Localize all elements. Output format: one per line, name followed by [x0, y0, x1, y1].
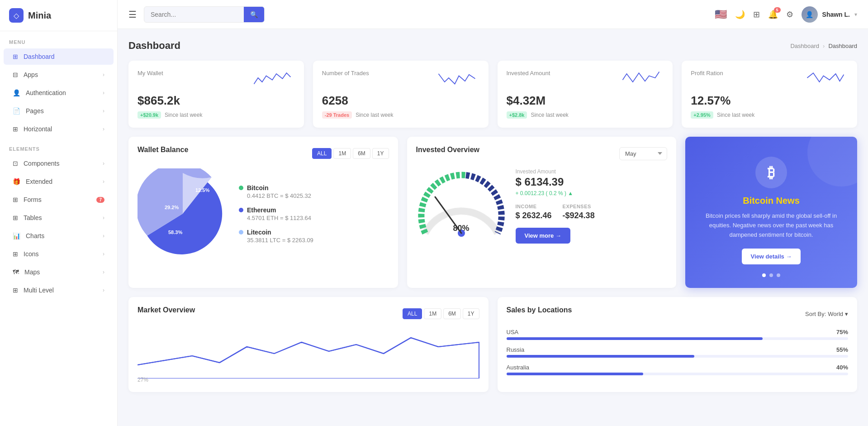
stat-card-invested-header: Invested Amount: [507, 70, 664, 90]
bottom-row: Market Overview ALL 1M 6M 1Y 27%: [128, 297, 857, 392]
sidebar-item-authentication[interactable]: 👤 Authentication ›: [4, 85, 114, 101]
sidebar-item-components[interactable]: ⊡ Components ›: [4, 155, 114, 172]
sort-by[interactable]: Sort By: World ▾: [805, 311, 848, 317]
location-usa-bar-bg: [507, 337, 849, 340]
stat-invested-sparkline: [618, 70, 664, 90]
market-filter-6m[interactable]: 6M: [443, 308, 461, 319]
income-value: $ 2632.46: [516, 211, 552, 220]
charts-arrow-icon: ›: [103, 233, 104, 239]
bitcoin-highlight: Bitcoin: [743, 196, 773, 206]
stat-trades-badge: -29 Trades: [322, 111, 352, 119]
sidebar-item-maps[interactable]: 🗺 Maps ›: [4, 264, 114, 280]
flag-icon[interactable]: 🇺🇸: [715, 9, 727, 20]
location-russia-bar-bg: [507, 355, 849, 358]
tables-arrow-icon: ›: [103, 215, 104, 221]
location-usa-pct: 75%: [836, 329, 848, 335]
invested-overview-header: Invested Overview JanuaryFebruaryMarchAp…: [416, 146, 668, 161]
wallet-balance-title: Wallet Balance: [138, 146, 188, 154]
avatar-image: 👤: [802, 6, 818, 23]
location-russia-pct: 55%: [836, 346, 848, 353]
topbar-left: ☰ 🔍: [128, 6, 265, 23]
view-more-button[interactable]: View more →: [516, 228, 570, 244]
tables-icon: ⊞: [13, 214, 18, 221]
breadcrumb: Dashboard › Dashboard: [790, 43, 857, 49]
icons-icon: ⊞: [13, 250, 18, 258]
sidebar-item-extended[interactable]: 🎁 Extended ›: [4, 173, 114, 190]
notifications-badge: 5: [774, 7, 781, 13]
location-usa: USA 75%: [507, 329, 849, 340]
components-icon: ⊡: [13, 160, 18, 167]
stat-card-trades: Number of Trades 6258 -29 Trades Since l…: [313, 61, 489, 128]
stat-wallet-sparkline: [250, 70, 295, 90]
sidebar-item-tables[interactable]: ⊞ Tables ›: [4, 210, 114, 226]
wallet-filter-all[interactable]: ALL: [312, 148, 332, 159]
stat-profit-value: 12.57%: [691, 94, 848, 108]
carousel-dot-3[interactable]: [777, 273, 780, 277]
wallet-filter-1m[interactable]: 1M: [333, 148, 351, 159]
market-filter-all[interactable]: ALL: [403, 308, 422, 319]
menu-label: Menu: [0, 31, 117, 48]
topbar: ☰ 🔍 🇺🇸 🌙 ⊞ 🔔 5 ⚙ 👤 Shawn L. ▾: [118, 0, 868, 29]
expenses-value: -$924.38: [563, 211, 595, 220]
sidebar-item-multilevel[interactable]: ⊞ Multi Level ›: [4, 282, 114, 298]
auth-arrow-icon: ›: [103, 90, 104, 96]
user-profile[interactable]: 👤 Shawn L. ▾: [802, 6, 857, 23]
grid-button[interactable]: ⊞: [753, 10, 760, 19]
main-container: ☰ 🔍 🇺🇸 🌙 ⊞ 🔔 5 ⚙ 👤 Shawn L. ▾: [118, 0, 868, 426]
wallet-filter-1y[interactable]: 1Y: [372, 148, 389, 159]
sidebar-item-forms[interactable]: ⊞ Forms 7: [4, 191, 114, 208]
carousel-dot-2[interactable]: [769, 273, 773, 277]
stat-trades-value: 6258: [322, 94, 479, 108]
sidebar-item-apps[interactable]: ⊟ Apps ›: [4, 67, 114, 83]
wallet-filter-6m[interactable]: 6M: [353, 148, 370, 159]
sidebar-label-horizontal: Horizontal: [24, 125, 52, 133]
stat-trades-footer: -29 Trades Since last week: [322, 111, 479, 119]
stat-invested-label: Invested Amount: [507, 70, 550, 77]
expenses-label: EXPENSES: [563, 204, 595, 209]
sidebar-item-dashboard[interactable]: ⊞ Dashboard: [4, 48, 114, 65]
market-chart-svg: [138, 329, 479, 378]
stat-invested-footer: +$2.8k Since last week: [507, 111, 664, 119]
pages-arrow-icon: ›: [103, 108, 104, 114]
month-select[interactable]: JanuaryFebruaryMarchApril MayJuneJulyAug…: [619, 147, 667, 160]
invested-change: + 0.0012.23 ( 0.2 % ) ▲: [516, 190, 668, 196]
auth-icon: 👤: [13, 89, 20, 96]
notifications-button[interactable]: 🔔 5: [768, 10, 778, 19]
stat-profit-sparkline: [803, 70, 848, 90]
search-button[interactable]: 🔍: [244, 7, 264, 22]
horizontal-icon: ⊞: [13, 125, 18, 133]
bitcoin-title-suffix: News: [776, 196, 800, 206]
hamburger-button[interactable]: ☰: [128, 9, 137, 20]
settings-button[interactable]: ⚙: [786, 10, 793, 19]
crypto-bitcoin-name: Bitcoin: [239, 184, 313, 191]
sidebar-label-forms: Forms: [24, 196, 42, 203]
sidebar-label-icons: Icons: [24, 250, 38, 258]
bitcoin-view-details-button[interactable]: View details →: [742, 249, 801, 264]
page-header: Dashboard Dashboard › Dashboard: [128, 40, 857, 52]
stat-invested-badge: +$2.8k: [507, 111, 527, 119]
sidebar-item-charts[interactable]: 📊 Charts ›: [4, 228, 114, 244]
market-filter-1y[interactable]: 1Y: [463, 308, 479, 319]
sidebar-item-pages[interactable]: 📄 Pages ›: [4, 103, 114, 119]
wallet-balance-card: Wallet Balance ALL 1M 6M 1Y: [128, 137, 398, 288]
location-australia-row: Australia 40%: [507, 364, 849, 371]
theme-toggle-button[interactable]: 🌙: [735, 10, 745, 19]
market-overview-title: Market Overview: [138, 306, 195, 314]
search-input[interactable]: [144, 7, 244, 22]
location-russia-name: Russia: [507, 346, 525, 353]
carousel-dot-1[interactable]: [762, 273, 766, 277]
bitcoin-bg-circle: [807, 137, 857, 187]
crypto-list: Bitcoin 0.4412 BTC = $ 4025.32 Ethereum …: [239, 184, 313, 244]
crypto-bitcoin: Bitcoin 0.4412 BTC = $ 4025.32: [239, 184, 313, 199]
stat-wallet-badge: +$20.9k: [138, 111, 161, 119]
forms-badge: 7: [96, 197, 104, 203]
wallet-filter-tabs: ALL 1M 6M 1Y: [312, 148, 389, 159]
avatar: 👤: [802, 6, 818, 23]
forms-icon: ⊞: [13, 196, 18, 203]
dashboard-icon: ⊞: [13, 53, 18, 60]
sidebar-item-icons[interactable]: ⊞ Icons ›: [4, 246, 114, 262]
sidebar-item-horizontal[interactable]: ⊞ Horizontal ›: [4, 121, 114, 137]
market-filter-1m[interactable]: 1M: [424, 308, 441, 319]
location-australia-bar-bg: [507, 373, 849, 375]
bitcoin-value: 0.4412 BTC = $ 4025.32: [239, 192, 313, 199]
